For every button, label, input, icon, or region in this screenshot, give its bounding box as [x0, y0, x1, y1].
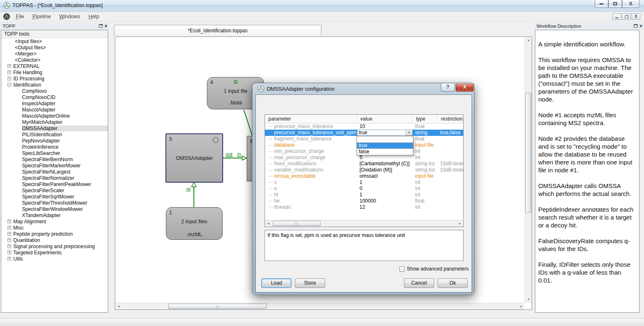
tree-item--input-files-[interactable]: <Input files>	[1, 38, 108, 44]
tree-item-utils[interactable]: +Utils	[1, 256, 108, 262]
tree-item-spectrafilterthresholdmower[interactable]: SpectraFilterThresholdMower	[1, 200, 108, 206]
menu-help[interactable]: Help	[84, 12, 103, 21]
value-combobox[interactable]: true▼	[357, 130, 413, 136]
param-row-hl[interactable]: hl1int	[265, 192, 463, 198]
tree-item-spectrafiltermarkermower[interactable]: SpectraFilterMarkerMower	[1, 162, 108, 169]
tree-item-proteininference[interactable]: ProteinInference	[1, 144, 108, 150]
expand-icon[interactable]: +	[7, 70, 11, 74]
tree-item-signal-processing-and-preprocessing[interactable]: +Signal processing and preprocessing	[1, 243, 108, 249]
tree-item-spectrafilterscaler[interactable]: SpectraFilterScaler	[1, 187, 108, 193]
maximize-button[interactable]	[608, 0, 622, 8]
load-button[interactable]: Load	[261, 278, 292, 288]
title-bar[interactable]: TOPPAS - [*Ecoli_Identification.toppas] …	[0, 0, 644, 12]
expand-icon[interactable]: +	[7, 220, 11, 223]
tree-item-speclibsearcher[interactable]: SpecLibSearcher	[1, 150, 108, 156]
chevron-down-icon[interactable]: ▼	[406, 130, 412, 135]
tree-item-myrimatchadapter[interactable]: MyriMatchAdapter	[1, 119, 108, 125]
canvas-vertical-scrollbar[interactable]: ▲ ▼	[525, 37, 532, 303]
expand-icon[interactable]: +	[7, 64, 11, 68]
expand-icon[interactable]: +	[7, 257, 11, 261]
tree-item-xtandemadapter[interactable]: XTandemAdapter	[1, 212, 108, 218]
param-row-e[interactable]: e0int	[265, 186, 463, 192]
scroll-left-icon[interactable]: ◄	[266, 220, 271, 227]
tree-item-spectrafilterbernnorm[interactable]: SpectraFilterBernNorm	[1, 156, 108, 162]
param-row-variable_modifications[interactable]: variable_modifications[Oxidation (M)]str…	[265, 167, 463, 173]
tree-item-spectrafiltersqrtmower[interactable]: SpectraFilterSqrtMower	[1, 193, 108, 200]
param-row-precursor_mass_tolerance_unit_ppm[interactable]: precursor_mass_tolerance_unit_ppmtrue▼st…	[265, 130, 463, 136]
tree-item-peptide-property-prediction[interactable]: +Peptide property prediction	[1, 231, 108, 237]
mdi-minimize-button[interactable]	[612, 13, 621, 20]
menu-pipeline[interactable]: Pipeline	[28, 12, 55, 21]
tree-item-spectrafilternormalizer[interactable]: SpectraFilterNormalizer	[1, 175, 108, 181]
store-button[interactable]: Store	[295, 278, 325, 288]
param-row-max_precursor_charge[interactable]: max_precursor_charge5int	[265, 155, 463, 161]
tree-item-spectrafilterparentpeakmower[interactable]: SpectraFilterParentPeakMower	[1, 181, 108, 187]
tree-item-external[interactable]: +EXTERNAL	[1, 63, 108, 69]
table-horizontal-scrollbar[interactable]: ◄ ► |||	[265, 220, 463, 227]
scroll-right-icon[interactable]: ►	[457, 220, 462, 227]
scroll-up-icon[interactable]: ▲	[525, 37, 532, 43]
combo-option-false[interactable]: false	[357, 149, 413, 155]
tree-item-targeted-experiments[interactable]: +Targeted Experiments	[1, 249, 108, 256]
column-header-restrictions[interactable]: restrictions	[437, 115, 463, 123]
scroll-down-icon[interactable]: ▼	[525, 296, 532, 303]
tree-item-inspectadapter[interactable]: InspectAdapter	[1, 100, 108, 106]
menu-windows[interactable]: Windows	[55, 12, 85, 21]
tree-item-pepnovoadapter[interactable]: PepNovoAdapter	[1, 138, 108, 144]
param-row-fixed_modifications[interactable]: fixed_modifications[Carbamidomethyl (C)]…	[265, 161, 463, 167]
canvas-horizontal-scrollbar[interactable]: ◄ ► |||	[115, 303, 525, 309]
collapse-icon[interactable]: −	[7, 83, 11, 87]
tree-item-misc[interactable]: +Misc	[1, 225, 108, 231]
tree-item--merger-[interactable]: <Merger>	[1, 51, 108, 57]
tree-item--collector-[interactable]: <Collector>	[1, 57, 108, 63]
tree-item-pilisidentification[interactable]: PILISIdentification	[1, 131, 108, 138]
mdi-restore-button[interactable]	[622, 13, 631, 20]
show-advanced-checkbox[interactable]	[399, 266, 405, 272]
dock-close-button[interactable]: ×	[104, 24, 107, 28]
tree-item-mascotadapter[interactable]: MascotAdapter	[1, 106, 108, 113]
tree-item-map-alignment[interactable]: +Map Alignment	[1, 218, 108, 225]
parameter-table[interactable]: parametervaluetyperestrictions precursor…	[265, 114, 464, 227]
tree-item-omssaadapter[interactable]: OMSSAAdapter	[1, 125, 108, 131]
tree-item-spectrafilterwindowmower[interactable]: SpectraFilterWindowMower	[1, 206, 108, 212]
column-header-parameter[interactable]: parameter	[265, 115, 357, 123]
scroll-right-icon[interactable]: ►	[519, 303, 524, 309]
dialog-close-button[interactable]: X	[456, 84, 474, 92]
param-row-precursor_mass_tolerance[interactable]: precursor_mass_tolerance10float	[265, 123, 463, 130]
tree-item-id-processing[interactable]: +ID Processing	[1, 75, 108, 82]
tree-item-identification[interactable]: −Identification	[1, 82, 108, 88]
scrollbar-thumb[interactable]: |||	[273, 221, 321, 226]
tree-item-spectrafilternlargest[interactable]: SpectraFilterNLargest	[1, 169, 108, 175]
expand-icon[interactable]: +	[7, 77, 11, 80]
tree-item-quantitation[interactable]: +Quantitation	[1, 237, 108, 243]
node-input-mzml[interactable]: 1 2 input files .mzML	[166, 207, 223, 240]
expand-icon[interactable]: +	[7, 244, 11, 248]
dock-close-button[interactable]: ×	[639, 24, 642, 28]
param-row-omssa_executable[interactable]: omssa_executableomssaclinput file	[265, 173, 463, 179]
param-row-he[interactable]: he100000float	[265, 198, 463, 204]
scrollbar-thumb[interactable]: |||	[168, 304, 267, 309]
param-row-threads[interactable]: threads12int	[265, 204, 463, 210]
tree-item-mascotadapteronline[interactable]: MascotAdapterOnline	[1, 113, 108, 119]
ok-button[interactable]: Ok	[437, 278, 468, 288]
expand-icon[interactable]: +	[7, 232, 11, 236]
node-omssaadapter[interactable]: 5 OMSSAAdapter	[165, 133, 223, 183]
combo-option-blank[interactable]	[357, 136, 413, 142]
dock-float-button[interactable]	[99, 24, 102, 28]
expand-icon[interactable]: +	[7, 238, 11, 242]
column-header-value[interactable]: value	[357, 115, 413, 123]
menu-file[interactable]: File	[12, 12, 28, 21]
expand-icon[interactable]: +	[7, 226, 11, 229]
combo-option-true[interactable]: true	[357, 142, 413, 149]
column-header-type[interactable]: type	[413, 115, 437, 123]
tab-ecoli-identification[interactable]: *Ecoli_Identification.toppas	[114, 25, 321, 36]
scrollbar-thumb[interactable]	[525, 93, 531, 213]
dock-float-button[interactable]	[634, 24, 637, 28]
param-row-v[interactable]: v1int	[265, 179, 463, 186]
dialog-help-button[interactable]: ?	[441, 84, 455, 92]
expand-icon[interactable]: +	[7, 251, 11, 254]
cancel-button[interactable]: Cancel	[404, 278, 434, 288]
scroll-left-icon[interactable]: ◄	[116, 303, 121, 309]
tree-item-file-handling[interactable]: +File Handling	[1, 69, 108, 75]
close-button[interactable]: X	[622, 0, 639, 8]
